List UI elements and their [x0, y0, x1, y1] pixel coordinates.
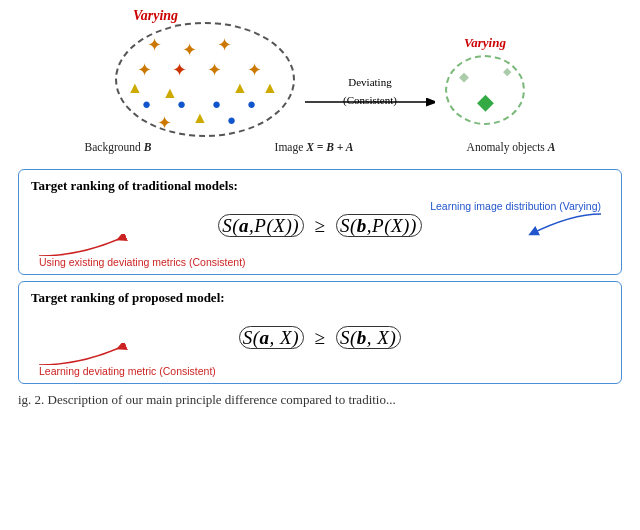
box1-blue-arrow: [521, 212, 601, 240]
box2-title: Target ranking of proposed model:: [31, 290, 609, 306]
shape-circ5: ●: [227, 112, 236, 129]
anomaly-varying-label: Varying: [464, 35, 506, 51]
shape-circ3: ●: [212, 96, 221, 113]
shape-star1: ✦: [147, 34, 162, 56]
box2-red-annotation: Learning deviating metric (Consistent): [39, 343, 216, 377]
shape-star3: ✦: [217, 34, 232, 56]
shape-circ1: ●: [142, 96, 151, 113]
box2-sb: S(b, X): [336, 326, 401, 349]
shape-star8: ✦: [157, 112, 172, 134]
shape-circ2: ●: [177, 96, 186, 113]
shape-star4: ✦: [137, 59, 152, 81]
background-label: Background B: [85, 141, 152, 153]
box2-annotation-bottom: Learning deviating metric (Consistent): [39, 365, 216, 377]
box1-title: Target ranking of traditional models:: [31, 178, 609, 194]
anomaly-objects-label: Anomaly objects A: [467, 141, 556, 153]
box1-red-arrow: [39, 234, 129, 256]
shape-diamond-lg: ◆: [477, 89, 494, 115]
formula-box-traditional: Target ranking of traditional models: Le…: [18, 169, 622, 275]
background-oval: ✦ ✦ ✦ ✦ ✦ ✦ ✦ ▲ ▲ ▲ ▲ ● ● ● ● ✦ ▲: [115, 22, 295, 137]
anomaly-section: Varying ◆ ◆ ◆: [445, 35, 525, 125]
box1-red-annotation: Using existing deviating metrics (Consis…: [39, 234, 246, 268]
shape-tri5: ▲: [192, 109, 208, 127]
image-label: Image X = B + A: [275, 141, 354, 153]
shape-star7: ✦: [247, 59, 262, 81]
page-container: Varying ✦ ✦ ✦ ✦ ✦ ✦ ✦ ▲ ▲ ▲ ▲ ●: [0, 0, 640, 530]
diagram-section: Varying ✦ ✦ ✦ ✦ ✦ ✦ ✦ ▲ ▲ ▲ ▲ ●: [18, 8, 622, 163]
anomaly-oval: ◆ ◆ ◆: [445, 55, 525, 125]
middle-section: Deviating (Consistent): [305, 72, 435, 108]
box2-sa: S(a, X): [239, 326, 304, 349]
bottom-labels: Background B Image X = B + A Anomaly obj…: [18, 141, 622, 153]
shape-tri2: ▲: [162, 84, 178, 102]
shape-tri4: ▲: [262, 79, 278, 97]
box1-formula: S(a,P(X)) ≥ S(b,P(X)): [218, 214, 422, 237]
shape-tri1: ▲: [127, 79, 143, 97]
box2-formula-wrapper: S(a, X) ≥ S(b, X) Learning deviating met…: [31, 312, 609, 377]
formula-box-proposed: Target ranking of proposed model: S(a, X…: [18, 281, 622, 384]
box1-formula-wrapper: Learning image distribution (Varying) S(…: [31, 200, 609, 268]
shape-diamond-sm2: ◆: [503, 65, 511, 78]
diagram-row: ✦ ✦ ✦ ✦ ✦ ✦ ✦ ▲ ▲ ▲ ▲ ● ● ● ● ✦ ▲: [18, 22, 622, 137]
shape-star2: ✦: [182, 39, 197, 61]
box1-blue-annotation: Learning image distribution (Varying): [430, 200, 601, 240]
connector-line: [305, 82, 435, 122]
box1-annotation-bottom: Using existing deviating metrics (Consis…: [39, 256, 246, 268]
shape-tri3: ▲: [232, 79, 248, 97]
shape-star5: ✦: [172, 59, 187, 81]
box2-formula: S(a, X) ≥ S(b, X): [239, 326, 401, 349]
shape-circ4: ●: [247, 96, 256, 113]
box1-annotation-top: Learning image distribution (Varying): [430, 200, 601, 212]
shape-star6: ✦: [207, 59, 222, 81]
box1-sb: S(b,P(X)): [336, 214, 422, 237]
box2-red-arrow: [39, 343, 129, 365]
page-caption: ig. 2. Description of our main principle…: [18, 392, 622, 408]
shape-diamond-sm1: ◆: [459, 69, 469, 85]
